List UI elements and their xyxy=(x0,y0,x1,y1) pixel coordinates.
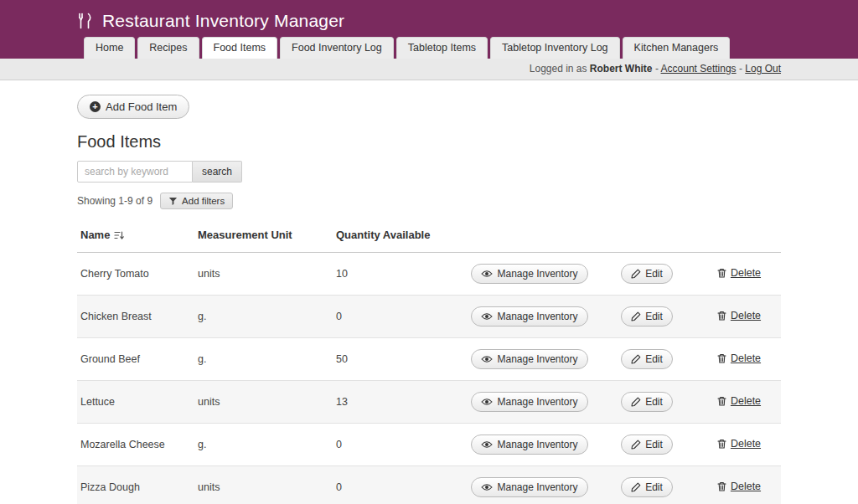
cell-name: Mozarella Cheese xyxy=(77,424,194,466)
cell-quantity-available: 0 xyxy=(333,466,463,504)
edit-button[interactable]: Edit xyxy=(621,349,673,369)
main-nav: HomeRecipesFood ItemsFood Inventory LogT… xyxy=(77,37,781,59)
eye-icon xyxy=(481,483,493,491)
cell-measurement-unit: units xyxy=(194,381,333,424)
cell-measurement-unit: units xyxy=(194,466,333,504)
pencil-icon xyxy=(631,354,641,364)
table-row: Cherry Tomato units 10 Manage Inventory xyxy=(77,253,781,296)
manage-inventory-label: Manage Inventory xyxy=(497,481,577,493)
page-title: Food Items xyxy=(77,132,781,152)
cell-quantity-available: 13 xyxy=(333,381,463,424)
plus-icon: + xyxy=(90,101,101,112)
column-header-unit: Measurement Unit xyxy=(194,220,333,253)
cell-name: Pizza Dough xyxy=(77,466,194,504)
add-filters-label: Add filters xyxy=(182,196,225,206)
tab-recipes[interactable]: Recipes xyxy=(137,37,199,59)
search-bar: search xyxy=(77,161,781,183)
manage-inventory-label: Manage Inventory xyxy=(497,311,577,322)
cell-quantity-available: 0 xyxy=(333,296,463,338)
edit-label: Edit xyxy=(645,481,663,493)
add-food-item-label: Add Food Item xyxy=(106,100,177,113)
cell-name: Chicken Breast xyxy=(77,296,194,338)
logged-in-text: Logged in as Robert White - Account Sett… xyxy=(530,63,781,75)
delete-label: Delete xyxy=(731,438,761,450)
tab-food-inventory-log[interactable]: Food Inventory Log xyxy=(280,37,394,59)
pencil-icon xyxy=(631,269,641,279)
delete-link[interactable]: Delete xyxy=(717,481,761,492)
eye-icon xyxy=(481,270,493,278)
tab-tabletop-inventory-log[interactable]: Tabletop Inventory Log xyxy=(490,37,619,59)
pencil-icon xyxy=(631,440,641,450)
pencil-icon xyxy=(631,397,641,407)
delete-label: Delete xyxy=(731,267,761,279)
cell-name: Ground Beef xyxy=(77,338,194,381)
manage-inventory-button[interactable]: Manage Inventory xyxy=(471,264,587,284)
pencil-icon xyxy=(631,311,641,321)
cell-name: Lettuce xyxy=(77,381,194,424)
funnel-icon xyxy=(168,197,178,206)
user-bar: Logged in as Robert White - Account Sett… xyxy=(0,59,858,80)
edit-button[interactable]: Edit xyxy=(621,306,673,327)
edit-button[interactable]: Edit xyxy=(621,264,673,284)
results-meta: Showing 1-9 of 9 Add filters xyxy=(77,193,781,209)
delete-link[interactable]: Delete xyxy=(717,267,761,279)
column-header-name[interactable]: Name xyxy=(77,220,194,253)
eye-icon xyxy=(481,312,493,321)
tab-food-items[interactable]: Food Items xyxy=(202,37,278,59)
edit-button[interactable]: Edit xyxy=(621,477,673,497)
manage-inventory-button[interactable]: Manage Inventory xyxy=(471,349,587,369)
eye-icon xyxy=(481,355,493,363)
add-filters-button[interactable]: Add filters xyxy=(160,193,233,209)
table-row: Lettuce units 13 Manage Inventory xyxy=(77,381,781,424)
account-settings-link[interactable]: Account Settings xyxy=(661,63,737,75)
logout-link[interactable]: Log Out xyxy=(745,63,781,75)
tab-home[interactable]: Home xyxy=(84,37,135,59)
trash-icon xyxy=(717,311,726,321)
table-row: Pizza Dough units 0 Manage Inventory xyxy=(77,466,781,504)
edit-label: Edit xyxy=(645,353,663,365)
delete-label: Delete xyxy=(731,395,761,407)
manage-inventory-button[interactable]: Manage Inventory xyxy=(471,477,587,497)
search-button[interactable]: search xyxy=(193,161,242,183)
cell-quantity-available: 0 xyxy=(333,424,463,466)
trash-icon xyxy=(717,439,726,449)
tab-kitchen-managers[interactable]: Kitchen Managers xyxy=(623,37,731,59)
search-input[interactable] xyxy=(77,161,193,183)
table-row: Ground Beef g. 50 Manage Inventory xyxy=(77,338,781,381)
manage-inventory-label: Manage Inventory xyxy=(497,439,577,450)
delete-link[interactable]: Delete xyxy=(717,310,761,321)
manage-inventory-button[interactable]: Manage Inventory xyxy=(471,392,587,412)
column-header-delete xyxy=(697,220,781,253)
edit-label: Edit xyxy=(645,268,663,280)
table-row: Chicken Breast g. 0 Manage Inventory xyxy=(77,296,781,338)
tab-tabletop-items[interactable]: Tabletop Items xyxy=(396,37,488,59)
delete-link[interactable]: Delete xyxy=(717,352,761,364)
delete-label: Delete xyxy=(731,310,761,321)
showing-count: Showing 1-9 of 9 xyxy=(77,195,152,207)
cell-name: Cherry Tomato xyxy=(77,253,194,296)
fork-knife-icon xyxy=(77,13,94,29)
logged-in-username: Robert White xyxy=(590,63,653,75)
column-header-edit xyxy=(597,220,697,253)
cell-measurement-unit: g. xyxy=(194,296,333,338)
separator: - xyxy=(655,63,659,75)
eye-icon xyxy=(481,398,493,406)
cell-quantity-available: 10 xyxy=(333,253,463,296)
manage-inventory-button[interactable]: Manage Inventory xyxy=(471,435,587,455)
app-title: Restaurant Inventory Manager xyxy=(102,11,344,31)
manage-inventory-button[interactable]: Manage Inventory xyxy=(471,306,587,327)
cell-quantity-available: 50 xyxy=(333,338,463,381)
edit-label: Edit xyxy=(645,439,663,450)
column-name-label: Name xyxy=(80,229,110,241)
add-food-item-button[interactable]: + Add Food Item xyxy=(77,95,189,119)
trash-icon xyxy=(717,353,726,363)
delete-link[interactable]: Delete xyxy=(717,395,761,407)
delete-label: Delete xyxy=(731,352,761,364)
delete-link[interactable]: Delete xyxy=(717,438,761,450)
main-content: + Add Food Item Food Items search Showin… xyxy=(77,80,781,504)
table-header-row: Name Measurement Unit Q xyxy=(77,220,781,253)
edit-button[interactable]: Edit xyxy=(621,392,673,412)
separator: - xyxy=(739,63,742,75)
pencil-icon xyxy=(631,482,641,492)
edit-button[interactable]: Edit xyxy=(621,435,673,455)
